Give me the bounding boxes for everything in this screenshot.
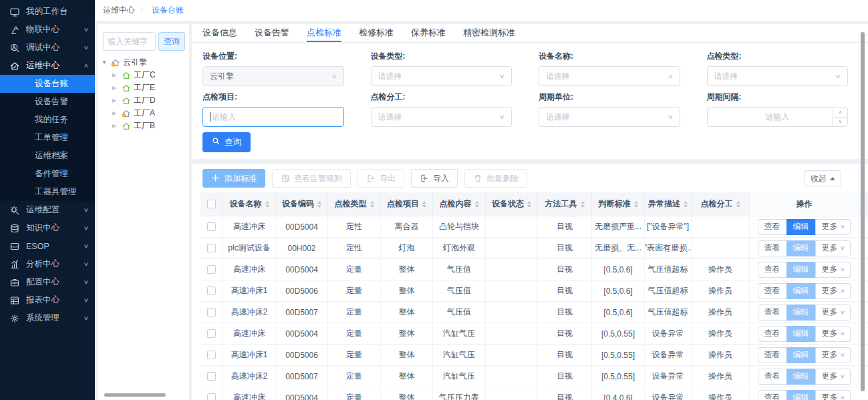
column-header-status[interactable]: 设备状态 — [486, 192, 538, 216]
column-header-item[interactable]: 点检项目 — [381, 192, 433, 216]
column-header-type[interactable]: 点检类型 — [328, 192, 381, 216]
filter-select-inspection-type[interactable]: 请选择∨ — [707, 66, 849, 86]
import-button[interactable]: 导入 — [411, 169, 458, 188]
view-button[interactable]: 查看 — [758, 326, 787, 342]
tree-node-root[interactable]: ▼!云引擎 — [98, 56, 189, 69]
column-header-content[interactable]: 点检内容 — [433, 192, 486, 216]
view-button[interactable]: 查看 — [758, 219, 787, 235]
tree-node-2[interactable]: ▶工厂D — [98, 94, 189, 107]
sort-icon[interactable] — [422, 201, 426, 208]
filter-select-cycle-unit[interactable]: 请选择∨ — [539, 107, 680, 127]
sidebar-item-knowledge-center[interactable]: 知识中心∨ — [0, 219, 95, 237]
view-button[interactable]: 查看 — [758, 240, 787, 256]
column-header-name[interactable]: 设备名称 — [223, 192, 276, 216]
more-button[interactable]: 更多∨ — [815, 305, 851, 321]
spinner-up-icon[interactable]: ∧ — [833, 108, 847, 117]
row-checkbox[interactable] — [207, 308, 216, 317]
view-button[interactable]: 查看 — [758, 305, 787, 321]
more-button[interactable]: 更多∨ — [815, 283, 851, 299]
sidebar-subitem-spare-parts[interactable]: 备件管理 — [0, 165, 95, 183]
tree-search-button[interactable]: 查询 — [158, 32, 185, 51]
tree-node-1[interactable]: ▶工厂E — [98, 81, 189, 94]
column-header-tool[interactable]: 方法工具 — [538, 192, 592, 216]
tree-expand-icon[interactable]: ▶ — [112, 123, 119, 129]
spinner-down-icon[interactable]: ∨ — [833, 117, 847, 127]
sort-icon[interactable] — [581, 201, 585, 208]
edit-button[interactable]: 编辑 — [786, 240, 816, 256]
filter-select-device-location[interactable]: 云引擎∨ — [202, 66, 344, 86]
sort-icon[interactable] — [527, 201, 531, 208]
edit-button[interactable]: 编辑 — [786, 262, 816, 278]
filter-input-inspection-item[interactable]: 请输入 — [202, 107, 344, 127]
column-header-division[interactable]: 点检分工 — [692, 192, 750, 216]
tree-node-3[interactable]: ▶!工厂A — [98, 107, 189, 120]
sort-icon[interactable] — [475, 201, 479, 208]
sidebar-item-debug-center[interactable]: 调试中心∨ — [0, 39, 95, 57]
tab-precision-standard[interactable]: 精密检测标准 — [463, 24, 515, 42]
more-button[interactable]: 更多∨ — [815, 262, 851, 278]
row-checkbox[interactable] — [207, 286, 216, 295]
tree-expand-icon[interactable]: ▶ — [112, 72, 119, 78]
sidebar-subitem-work-order[interactable]: 工单管理 — [0, 129, 95, 147]
row-checkbox[interactable] — [207, 372, 216, 381]
collapse-button[interactable]: 收起 — [805, 170, 841, 186]
more-button[interactable]: 更多∨ — [815, 326, 851, 342]
sidebar-item-ops-center[interactable]: 运维中心∧ — [0, 57, 95, 75]
view-button[interactable]: 查看 — [758, 347, 787, 363]
edit-button[interactable]: 编辑 — [786, 305, 816, 321]
sidebar-item-ops-config[interactable]: 运维配置∨ — [0, 201, 95, 219]
tab-device-info[interactable]: 设备信息 — [202, 24, 237, 42]
tree-expand-icon[interactable]: ▶ — [112, 110, 119, 116]
tree-expand-icon[interactable]: ▶ — [112, 97, 119, 104]
filter-input-cycle-interval[interactable]: 请输入∧∨ — [707, 107, 849, 127]
column-header-standard[interactable]: 判断标准 — [592, 192, 645, 216]
row-checkbox[interactable] — [207, 244, 216, 252]
edit-button[interactable]: 编辑 — [786, 219, 816, 235]
edit-button[interactable]: 编辑 — [786, 283, 816, 299]
column-header-abnormal[interactable]: 异常描述 — [645, 192, 692, 216]
sidebar-subitem-device-ledger[interactable]: 设备台账 — [0, 75, 95, 93]
tree-expand-icon[interactable]: ▶ — [112, 85, 119, 91]
edit-button[interactable]: 编辑 — [786, 347, 816, 363]
row-checkbox[interactable] — [207, 329, 216, 338]
tree-node-0[interactable]: ▶工厂C — [98, 69, 189, 81]
sidebar-item-analysis-center[interactable]: 分析中心∨ — [0, 255, 95, 273]
select-all-checkbox[interactable] — [207, 200, 216, 208]
tree-collapse-icon[interactable]: ▼ — [102, 59, 108, 65]
row-checkbox[interactable] — [207, 351, 216, 359]
edit-button[interactable]: 编辑 — [786, 369, 816, 385]
row-checkbox[interactable] — [207, 265, 216, 274]
view-button[interactable]: 查看 — [758, 369, 787, 385]
tab-inspection-standard[interactable]: 点检标准 — [307, 24, 341, 42]
tab-device-alarm[interactable]: 设备告警 — [255, 24, 289, 42]
filter-select-inspection-division[interactable]: 请选择∨ — [371, 107, 513, 127]
tree-horizontal-scrollbar[interactable] — [104, 393, 166, 397]
more-button[interactable]: 更多∨ — [815, 347, 851, 363]
breadcrumb-parent[interactable]: 运维中心 — [103, 5, 135, 16]
more-button[interactable]: 更多∨ — [815, 240, 851, 256]
edit-button[interactable]: 编辑 — [786, 326, 816, 342]
sidebar-subitem-tools-management[interactable]: 工器具管理 — [0, 183, 95, 201]
sort-icon[interactable] — [370, 201, 374, 208]
add-standard-button[interactable]: 添加标准 — [202, 169, 265, 188]
sidebar-subitem-ops-archive[interactable]: 运维档案 — [0, 147, 95, 165]
row-checkbox[interactable] — [207, 222, 216, 231]
sort-icon[interactable] — [265, 201, 269, 208]
sidebar-item-system-management[interactable]: 系统管理∨ — [0, 309, 95, 327]
sidebar-subitem-device-alarm[interactable]: 设备告警 — [0, 93, 95, 111]
tree-search-input[interactable] — [103, 32, 156, 51]
edit-button[interactable]: 编辑 — [786, 390, 816, 400]
vertical-scrollbar[interactable] — [861, 32, 865, 391]
sidebar-item-iot-center[interactable]: 物联中心∨ — [0, 21, 95, 39]
more-button[interactable]: 更多∨ — [815, 369, 851, 385]
more-button[interactable]: 更多∨ — [815, 219, 851, 235]
row-checkbox[interactable] — [207, 393, 216, 400]
filter-select-device-type[interactable]: 请选择∨ — [371, 66, 513, 86]
query-button[interactable]: 查询 — [202, 132, 251, 152]
sort-icon[interactable] — [317, 201, 321, 208]
filter-select-device-name[interactable]: 请选择∨ — [539, 66, 680, 86]
sidebar-subitem-my-tasks[interactable]: 我的任务 — [0, 111, 95, 129]
sort-icon[interactable] — [634, 201, 638, 208]
tab-repair-standard[interactable]: 检修标准 — [359, 24, 394, 42]
sidebar-item-my-workbench[interactable]: 我的工作台 — [0, 3, 95, 21]
